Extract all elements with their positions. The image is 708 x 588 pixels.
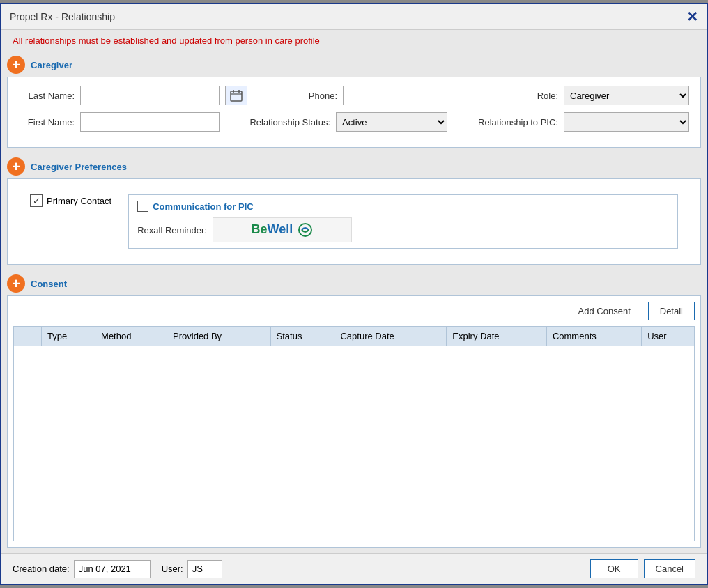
phone-input[interactable] bbox=[343, 86, 468, 105]
creation-date-label: Creation date: bbox=[13, 564, 70, 574]
consent-plus-button[interactable]: + bbox=[7, 274, 25, 293]
calendar-button[interactable] bbox=[225, 86, 247, 105]
first-name-label: First Name: bbox=[19, 117, 75, 127]
consent-table-header-row: Type Method Provided By Status Capture D… bbox=[14, 327, 695, 346]
creation-date-input[interactable] bbox=[74, 560, 151, 578]
bewell-logo-text: BeWell bbox=[252, 222, 314, 238]
caregiver-prefs-plus-button[interactable]: + bbox=[7, 157, 25, 176]
caregiver-prefs-content: Primary Contact Communication for PIC Re… bbox=[7, 178, 701, 265]
col-header-user: User bbox=[642, 327, 695, 346]
col-header-type: Type bbox=[42, 327, 95, 346]
consent-toolbar: Add Consent Detail bbox=[8, 296, 700, 326]
col-header-comments: Comments bbox=[546, 327, 641, 346]
dialog-window: Propel Rx - Relationship ✕ All relations… bbox=[0, 3, 708, 585]
relationship-status-select[interactable]: Active Inactive bbox=[336, 112, 447, 132]
dialog-body: All relationships must be established an… bbox=[1, 30, 707, 553]
user-field: User: bbox=[162, 560, 222, 578]
pref-content-row: Primary Contact Communication for PIC Re… bbox=[19, 187, 689, 256]
communication-section: Communication for PIC Rexall Reminder: B… bbox=[128, 194, 678, 249]
detail-button[interactable]: Detail bbox=[648, 302, 695, 320]
primary-contact-row: Primary Contact bbox=[30, 194, 111, 207]
relationship-to-pic-label: Relationship to PIC: bbox=[475, 117, 558, 127]
creation-date-field: Creation date: bbox=[13, 560, 151, 578]
caregiver-row1: Last Name: Phone: Role: bbox=[19, 86, 689, 105]
consent-table-container: Type Method Provided By Status Capture D… bbox=[8, 326, 700, 547]
dialog-footer: Creation date: User: OK Cancel bbox=[1, 553, 707, 584]
caregiver-row2: First Name: Relationship Status: Active … bbox=[19, 112, 689, 132]
comm-checkbox[interactable] bbox=[137, 201, 148, 212]
warning-bar: All relationships must be established an… bbox=[1, 30, 707, 52]
caregiver-section-header: + Caregiver bbox=[7, 52, 701, 77]
role-select[interactable]: Caregiver Parent Spouse Child Other bbox=[564, 86, 689, 105]
role-label: Role: bbox=[502, 91, 558, 101]
svg-rect-0 bbox=[231, 91, 242, 101]
table-row-empty bbox=[14, 346, 695, 541]
primary-contact-label: Primary Contact bbox=[47, 196, 111, 206]
rexall-reminder-label: Rexall Reminder: bbox=[137, 225, 207, 235]
calendar-icon bbox=[230, 89, 243, 102]
bewell-logo: BeWell bbox=[213, 217, 352, 242]
caregiver-prefs-section: + Caregiver Preferences Primary Contact … bbox=[7, 153, 701, 265]
last-name-label: Last Name: bbox=[19, 91, 75, 101]
comm-title-text: Communication for PIC bbox=[153, 201, 253, 212]
svg-point-4 bbox=[299, 224, 311, 236]
primary-contact-checkbox[interactable] bbox=[30, 194, 43, 207]
caregiver-section-content: Last Name: Phone: Role: bbox=[7, 77, 701, 148]
consent-section-title: Consent bbox=[31, 279, 67, 289]
comm-title-row: Communication for PIC bbox=[137, 201, 669, 212]
relationship-status-label: Relationship Status: bbox=[247, 117, 330, 127]
phone-label: Phone: bbox=[282, 91, 337, 101]
caregiver-plus-button[interactable]: + bbox=[7, 56, 25, 74]
col-header-empty bbox=[14, 327, 42, 346]
relationship-to-pic-select[interactable] bbox=[564, 112, 689, 132]
add-consent-button[interactable]: Add Consent bbox=[567, 302, 642, 320]
cancel-button[interactable]: Cancel bbox=[644, 559, 695, 578]
col-header-status: Status bbox=[270, 327, 334, 346]
col-header-provided-by: Provided By bbox=[167, 327, 271, 346]
consent-section: + Consent Add Consent Detail Type Method bbox=[7, 270, 701, 548]
footer-left: Creation date: User: bbox=[13, 560, 222, 578]
consent-section-header: + Consent bbox=[7, 270, 701, 295]
bewell-logo-icon bbox=[298, 222, 313, 238]
col-header-capture-date: Capture Date bbox=[334, 327, 447, 346]
footer-right: OK Cancel bbox=[590, 559, 695, 578]
caregiver-section: + Caregiver Last Name: bbox=[7, 52, 701, 148]
empty-cell bbox=[14, 346, 695, 541]
consent-table-body bbox=[14, 346, 695, 541]
first-name-input[interactable] bbox=[80, 112, 220, 132]
bewell-well-text: Well bbox=[268, 222, 293, 236]
warning-text: All relationships must be established an… bbox=[13, 36, 320, 46]
user-label: User: bbox=[162, 564, 183, 574]
dialog-title: Propel Rx - Relationship bbox=[10, 11, 115, 22]
rexall-row: Rexall Reminder: BeWell bbox=[137, 217, 669, 242]
consent-section-content: Add Consent Detail Type Method Provided … bbox=[7, 295, 701, 548]
last-name-input[interactable] bbox=[80, 86, 220, 105]
caregiver-prefs-header: + Caregiver Preferences bbox=[7, 153, 701, 178]
caregiver-prefs-title: Caregiver Preferences bbox=[31, 162, 127, 172]
ok-button[interactable]: OK bbox=[590, 559, 638, 578]
user-input[interactable] bbox=[187, 560, 222, 578]
col-header-method: Method bbox=[95, 327, 167, 346]
bewell-be-text: Be bbox=[252, 222, 268, 236]
close-button[interactable]: ✕ bbox=[686, 10, 698, 24]
caregiver-section-title: Caregiver bbox=[31, 60, 72, 70]
col-header-expiry-date: Expiry Date bbox=[447, 327, 547, 346]
consent-table: Type Method Provided By Status Capture D… bbox=[13, 326, 695, 541]
titlebar: Propel Rx - Relationship ✕ bbox=[1, 4, 707, 30]
